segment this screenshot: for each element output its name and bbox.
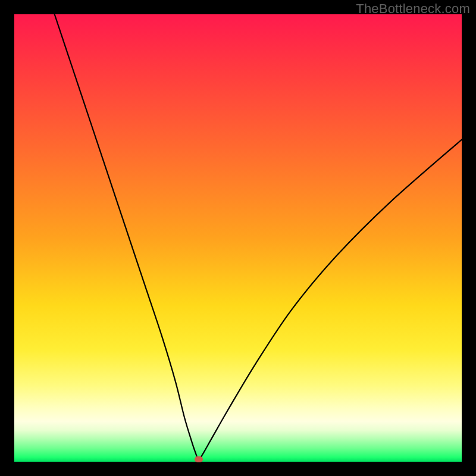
bottleneck-curve <box>14 14 462 462</box>
chart-plot-area <box>14 14 462 462</box>
minimum-marker <box>195 456 203 462</box>
watermark-text: TheBottleneck.com <box>356 1 470 17</box>
